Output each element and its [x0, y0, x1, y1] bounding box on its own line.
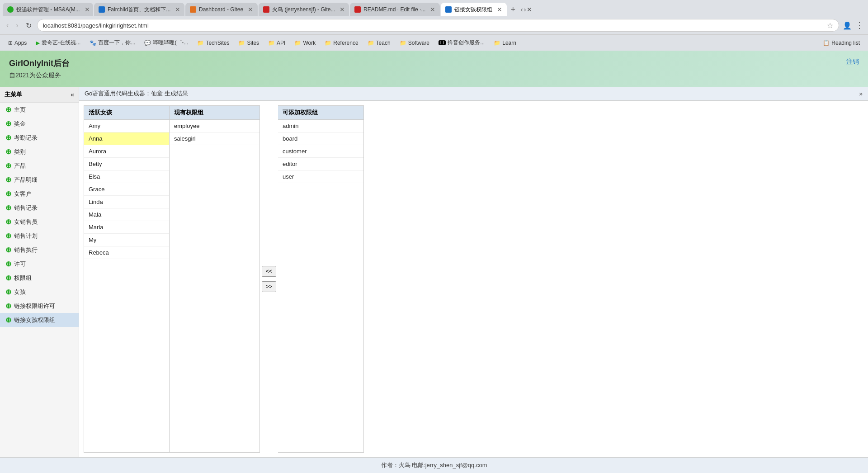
- forward-button[interactable]: ›: [14, 20, 20, 30]
- girl-item-linda[interactable]: Linda: [84, 196, 169, 208]
- sidebar-item-permission[interactable]: ⊕ 许可: [0, 257, 79, 271]
- new-tab-button[interactable]: +: [508, 5, 518, 14]
- sidebar: 主菜单 « ⊕ 主页 ⊕ 奖金 ⊕ 考勤记录 ⊕ 类别 ⊕ 产品: [0, 87, 79, 457]
- tab-4-close[interactable]: ✕: [340, 6, 345, 13]
- plus-icon-sales-plan: ⊕: [5, 232, 11, 240]
- sidebar-item-link-permission[interactable]: ⊕ 链接权限组许可: [0, 299, 79, 313]
- plus-icon-product: ⊕: [5, 161, 11, 170]
- addable-item-user[interactable]: user: [278, 170, 363, 183]
- tab-3[interactable]: Dashboard - Gitee ✕: [185, 3, 258, 16]
- profile-button[interactable]: 👤: [843, 21, 852, 30]
- girl-item-amy[interactable]: Amy: [84, 120, 169, 132]
- sidebar-item-rightgroup[interactable]: ⊕ 权限组: [0, 271, 79, 285]
- plus-icon-attendance: ⊕: [5, 133, 11, 142]
- url-bar[interactable]: localhost:8081/pages/linkgirlrightset.ht…: [37, 19, 839, 32]
- sidebar-item-customer[interactable]: ⊕ 女客户: [0, 187, 79, 201]
- sidebar-item-home[interactable]: ⊕ 主页: [0, 103, 79, 117]
- girl-item-betty[interactable]: Betty: [84, 158, 169, 170]
- plus-icon-sales-exec: ⊕: [5, 246, 11, 254]
- bookmark-tiktok[interactable]: TT 抖音创作服务...: [435, 37, 488, 48]
- sidebar-collapse-button[interactable]: «: [71, 91, 74, 98]
- sidebar-item-link-girl-rightgroup[interactable]: ⊕ 链接女孩权限组: [0, 313, 79, 327]
- bookmark-reference[interactable]: 📁 Reference: [321, 38, 362, 48]
- girl-item-aurora[interactable]: Aurora: [84, 145, 169, 158]
- bookmark-techsites[interactable]: 📁 TechSites: [193, 38, 233, 48]
- transfer-left-button[interactable]: <<: [262, 266, 276, 277]
- bookmark-software[interactable]: 📁 Software: [396, 38, 433, 48]
- tab-5[interactable]: README.md · Edit file ·... ✕: [350, 3, 440, 16]
- sidebar-item-sales-plan-label: 销售计划: [14, 232, 38, 240]
- transfer-button-panel: << >>: [260, 105, 278, 453]
- sidebar-item-sales-exec[interactable]: ⊕ 销售执行: [0, 243, 79, 257]
- sidebar-item-girl-label: 女孩: [14, 288, 26, 296]
- addable-item-editor[interactable]: editor: [278, 158, 363, 170]
- plus-icon-permission: ⊕: [5, 260, 11, 268]
- girl-item-grace[interactable]: Grace: [84, 183, 169, 196]
- tab-5-close[interactable]: ✕: [430, 6, 435, 13]
- tab-scroll-left[interactable]: ‹: [521, 6, 523, 13]
- tab-2-label: Fairchild首页、文档和下...: [108, 6, 170, 14]
- plus-icon-girl: ⊕: [5, 288, 11, 296]
- bookmark-bilibili[interactable]: 💬 哔哩哔哩(゜-...: [141, 37, 192, 48]
- right-panel-header: 可添加权限组: [278, 106, 363, 120]
- girl-item-mala[interactable]: Mala: [84, 208, 169, 221]
- tab-6-label: 链接女孩权限组: [454, 6, 492, 14]
- reading-list-icon: 📋: [823, 40, 830, 46]
- sidebar-item-salesgirl[interactable]: ⊕ 女销售员: [0, 215, 79, 229]
- transfer-right-button[interactable]: >>: [262, 281, 276, 292]
- girl-item-my[interactable]: My: [84, 234, 169, 246]
- reading-list[interactable]: 📋 Reading list: [819, 38, 863, 48]
- addable-item-board[interactable]: board: [278, 132, 363, 145]
- logout-link[interactable]: 注销: [846, 58, 859, 66]
- addable-item-customer[interactable]: customer: [278, 145, 363, 158]
- tab-1[interactable]: 投递软件管理 - MS&A(M... ✕: [3, 3, 93, 16]
- bookmark-learn[interactable]: 📁 Learn: [490, 38, 520, 48]
- bookmark-sites[interactable]: 📁 Sites: [235, 38, 263, 48]
- left-panel-header: 活跃女孩: [84, 106, 169, 120]
- bookmark-api-label: API: [277, 40, 285, 46]
- close-browser[interactable]: ✕: [527, 6, 532, 13]
- sidebar-item-salesgirl-label: 女销售员: [14, 218, 38, 226]
- bookmark-star[interactable]: ☆: [827, 21, 833, 30]
- girl-item-anna[interactable]: Anna: [84, 132, 169, 145]
- tab-3-close[interactable]: ✕: [248, 6, 253, 13]
- back-button[interactable]: ‹: [5, 20, 10, 30]
- sidebar-item-sales-plan[interactable]: ⊕ 销售计划: [0, 229, 79, 243]
- bookmark-work[interactable]: 📁 Work: [291, 38, 319, 48]
- content-collapse-button[interactable]: »: [859, 90, 863, 97]
- api-icon: 📁: [268, 40, 275, 46]
- bookmark-api[interactable]: 📁 API: [264, 38, 289, 48]
- girl-item-rebeca[interactable]: Rebeca: [84, 246, 169, 259]
- tab-2[interactable]: Fairchild首页、文档和下... ✕: [94, 3, 184, 16]
- tab-2-close[interactable]: ✕: [175, 6, 180, 13]
- tab-4-label: 火鸟 (jerryshensjf) - Gite...: [272, 6, 335, 14]
- tab-4[interactable]: 火鸟 (jerryshensjf) - Gite... ✕: [259, 3, 349, 16]
- bookmark-teach[interactable]: 📁 Teach: [364, 38, 394, 48]
- sidebar-item-attendance[interactable]: ⊕ 考勤记录: [0, 131, 79, 145]
- sidebar-item-bonus[interactable]: ⊕ 奖金: [0, 117, 79, 131]
- sidebar-item-category[interactable]: ⊕ 类别: [0, 145, 79, 159]
- browser-menu-button[interactable]: ⋮: [855, 20, 863, 30]
- right-panel-body: admin board customer editor user: [278, 120, 363, 452]
- bookmark-baidu[interactable]: 🐾 百度一下，你...: [86, 37, 139, 48]
- bilibili-icon: 💬: [144, 40, 151, 46]
- tab-6-close[interactable]: ✕: [497, 6, 502, 13]
- girl-item-elsa[interactable]: Elsa: [84, 170, 169, 183]
- tab-scroll-right[interactable]: ›: [524, 6, 526, 13]
- sidebar-item-product[interactable]: ⊕ 产品: [0, 159, 79, 173]
- reload-button[interactable]: ↻: [24, 20, 33, 31]
- sidebar-item-attendance-label: 考勤记录: [14, 134, 38, 142]
- app-header: GirlOnlyInit后台 自2021为公众服务 注销: [0, 51, 868, 87]
- bookmark-apps[interactable]: ⊞ Apps: [5, 38, 30, 48]
- tab-1-close[interactable]: ✕: [85, 6, 90, 13]
- plus-icon-home: ⊕: [5, 105, 11, 114]
- bookmark-iqiyi[interactable]: ▶ 爱奇艺-在线视...: [32, 37, 84, 48]
- sidebar-item-girl[interactable]: ⊕ 女孩: [0, 285, 79, 299]
- sidebar-item-product-detail[interactable]: ⊕ 产品明细: [0, 173, 79, 187]
- girl-item-maria[interactable]: Maria: [84, 221, 169, 234]
- addable-item-admin[interactable]: admin: [278, 120, 363, 132]
- right-item-salesgirl[interactable]: salesgirl: [170, 132, 259, 145]
- right-item-employee[interactable]: employee: [170, 120, 259, 132]
- sidebar-item-sales-record[interactable]: ⊕ 销售记录: [0, 201, 79, 215]
- tab-6[interactable]: 链接女孩权限组 ✕: [441, 3, 507, 16]
